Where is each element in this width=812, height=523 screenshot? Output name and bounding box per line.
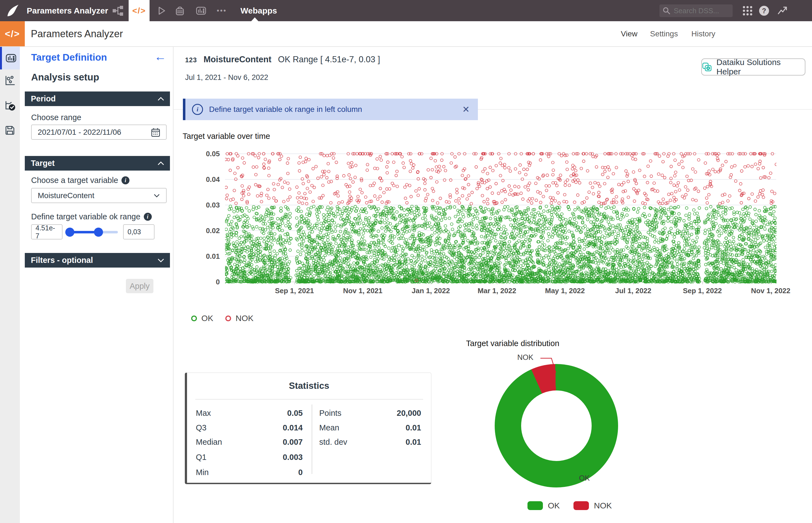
webapps-caret	[251, 17, 258, 21]
apps-grid-icon[interactable]	[740, 0, 755, 21]
solutions-helper-button[interactable]: Dataiku Solutions Helper	[701, 58, 806, 75]
stat-label: Median	[196, 437, 222, 447]
ok-range-label-text: Define target variable ok range	[31, 212, 141, 221]
x-tickmark	[431, 282, 431, 284]
dataiku-bird-logo[interactable]	[5, 0, 20, 21]
info-icon[interactable]: i	[144, 213, 152, 221]
chevron-up-icon	[157, 96, 164, 102]
search-icon	[663, 7, 670, 15]
parameters-analyzer-app: Parameters Analyzer </>	[0, 0, 812, 523]
play-icon[interactable]	[153, 0, 169, 21]
chevron-down-icon	[157, 258, 164, 263]
webapp-type-badge: </>	[0, 21, 25, 46]
flow-icon[interactable]	[111, 0, 125, 21]
record-date-range: Jul 1, 2021 - Nov 6, 2022	[185, 73, 268, 82]
target-variable-label: Choose a target variable i	[31, 176, 129, 185]
scatter-plot-canvas[interactable]	[225, 150, 776, 284]
stat-label: Points	[319, 409, 342, 418]
donut-legend-ok-swatch[interactable]	[528, 501, 543, 510]
record-id-badge: 123	[185, 56, 197, 64]
ok-range-max-input[interactable]: 0,03	[123, 224, 154, 239]
date-range-input[interactable]: 2021/07/01 - 2022/11/06	[31, 125, 167, 140]
stat-value: 0.003	[261, 453, 303, 462]
navbar-section-label[interactable]: Webapps	[240, 0, 277, 21]
left-icon-rail	[0, 47, 20, 523]
y-tick-label: 0.05	[198, 150, 220, 158]
section-header-period[interactable]: Period	[25, 91, 170, 106]
search-box[interactable]	[659, 4, 733, 17]
chevron-down-icon	[153, 194, 160, 198]
stat-value: 0.01	[374, 423, 421, 432]
solutions-helper-label: Dataiku Solutions Helper	[716, 58, 805, 76]
y-tick-label: 0.03	[198, 201, 220, 210]
ok-range-min-input[interactable]: 4.51e-7	[31, 224, 62, 239]
stat-label: Q3	[196, 423, 207, 432]
stat-value: 0.014	[261, 423, 303, 432]
x-tickmark	[294, 282, 295, 284]
webapps-code-active-tab[interactable]: </>	[129, 0, 150, 21]
statistics-title: Statistics	[187, 381, 431, 391]
record-variable-name: MoistureContent	[204, 55, 271, 65]
target-variable-label-text: Choose a target variable	[31, 176, 118, 185]
donut-legend-ok-label[interactable]: OK	[548, 501, 560, 510]
rail-item-monitoring[interactable]	[0, 94, 20, 118]
tab-settings[interactable]: Settings	[650, 21, 678, 46]
date-range-value: 2021/07/01 - 2022/11/06	[38, 128, 151, 137]
scatter-legend: OK NOK	[191, 313, 253, 323]
collapse-panel-arrow-icon[interactable]: ←	[154, 50, 166, 64]
help-icon[interactable]: ?	[759, 6, 769, 16]
legend-nok-label[interactable]: NOK	[236, 313, 253, 323]
apply-button[interactable]: Apply	[126, 279, 153, 293]
legend-ok-label[interactable]: OK	[201, 313, 213, 323]
section-header-filters[interactable]: Filters - optional	[25, 253, 170, 268]
page-title: Parameters Analyzer	[31, 21, 123, 46]
donut-legend-nok-swatch[interactable]	[573, 501, 589, 510]
legend-ok-marker[interactable]	[191, 315, 197, 321]
ok-range-label: Define target variable ok range i	[31, 212, 152, 221]
donut-nok-callout: NOK	[517, 353, 534, 362]
y-tick-label: 0.02	[198, 227, 220, 235]
x-tick-label: Nov 1, 2022	[747, 287, 794, 295]
rail-item-save[interactable]	[0, 119, 20, 142]
legend-nok-marker[interactable]	[225, 315, 231, 321]
x-tickmark	[771, 282, 771, 284]
more-dots-icon[interactable]: •••	[214, 0, 230, 21]
donut-callout-lines	[463, 339, 667, 510]
banner-close-icon[interactable]: ✕	[461, 104, 471, 115]
lab-icon[interactable]	[172, 0, 188, 21]
stat-label: Min	[196, 468, 209, 477]
scatter-chart-title: Target variable over time	[183, 132, 270, 141]
info-banner-text: Define target variable ok range in left …	[209, 105, 461, 114]
y-tick-label: 0.04	[198, 175, 220, 184]
panel-subtitle: Analysis setup	[31, 72, 99, 83]
target-variable-select[interactable]: MoistureContent	[31, 188, 167, 203]
search-input[interactable]	[673, 6, 730, 15]
tab-view[interactable]: View	[621, 21, 638, 46]
rail-item-scatter-analysis[interactable]	[0, 69, 20, 92]
dashboard-icon[interactable]	[193, 0, 209, 21]
rail-item-dashboard[interactable]	[0, 47, 20, 69]
scatter-analysis-icon	[4, 75, 16, 87]
stat-value: 0.01	[374, 437, 421, 447]
donut-legend-nok-label[interactable]: NOK	[594, 501, 612, 510]
ok-range-min-value: 4.51e-7	[36, 224, 58, 240]
info-icon[interactable]: i	[122, 176, 129, 184]
statistics-column-divider	[312, 404, 312, 474]
x-tickmark	[497, 282, 497, 284]
stat-value: 0.05	[261, 409, 303, 418]
stat-value: 0.007	[261, 437, 303, 447]
tab-history[interactable]: History	[691, 21, 715, 46]
slider-handle-min[interactable]	[65, 228, 74, 237]
code-tab-icon: </>	[132, 6, 146, 15]
x-tick-label: Nov 1, 2021	[339, 287, 386, 295]
stat-value: 0	[261, 468, 303, 477]
dashboard-report-icon	[5, 52, 17, 64]
x-tick-label: Sep 1, 2022	[679, 287, 726, 295]
donut-legend: OK NOK	[528, 501, 612, 510]
statistics-card: Statistics Max 0.05 Q3 0.014 Median 0.00…	[185, 373, 431, 484]
trend-arrow-icon[interactable]	[775, 0, 790, 21]
statistics-divider	[195, 399, 423, 400]
slider-handle-max[interactable]	[94, 228, 103, 237]
section-header-target[interactable]: Target	[25, 156, 170, 170]
ok-range-max-value: 0,03	[128, 228, 141, 236]
